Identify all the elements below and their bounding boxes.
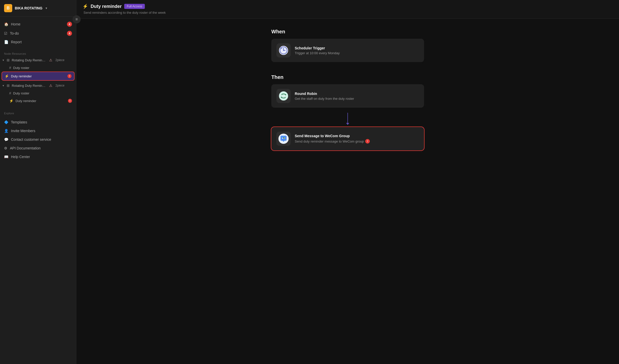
arrow-line <box>347 113 348 123</box>
tree-group2-duty-reminder[interactable]: ⚡ Duty reminder ! <box>0 97 76 105</box>
templates-icon: 🔷 <box>4 120 8 124</box>
explore-contact-label: Contact customer service <box>11 137 51 142</box>
svg-point-9 <box>282 138 283 139</box>
sidebar: B BIKA ROTATING ▾ 🏠 Home 4 ☑ To-do 4 📄 R… <box>0 0 76 364</box>
group2-child1-label: Duty roster <box>13 91 30 95</box>
when-section: When Scheduler Trigger Trig <box>271 29 424 66</box>
todo-badge: 4 <box>67 31 72 36</box>
explore-contact-customer-service[interactable]: 💬 Contact customer service <box>0 135 76 144</box>
main-content: ⚡ Duty reminder Full Access Send reminde… <box>76 0 619 364</box>
group1-badge: 2piece <box>55 58 64 62</box>
contact-service-icon: 💬 <box>4 137 8 142</box>
explore-invite-label: Invite Members <box>11 129 35 133</box>
nav-todo-label: To-do <box>10 31 19 35</box>
svg-point-10 <box>284 138 285 139</box>
round-robin-subtitle: Get the staff on duty from the duty rost… <box>295 97 354 101</box>
report-icon: 📄 <box>4 40 8 44</box>
round-robin-card-text: Round Robin Get the staff on duty from t… <box>295 92 354 101</box>
home-icon: 🏠 <box>4 22 8 26</box>
help-center-icon: 📖 <box>4 155 8 159</box>
tree-group1-duty-roster[interactable]: # Duty roster <box>0 64 76 72</box>
svg-point-5 <box>279 91 288 101</box>
wecom-card-text: Send Message to WeCom Group Send duty re… <box>295 134 419 144</box>
tree-group-1-header[interactable]: ▼ ⊞ Rotating Duty Remin… ⚠ 2piece <box>0 56 76 64</box>
tree-group2-duty-roster[interactable]: # Duty roster <box>0 89 76 97</box>
tree-group1-duty-reminder[interactable]: ⚡ Duty reminder ! <box>2 72 74 80</box>
group2-name: Rotating Duty Remin… <box>12 84 46 88</box>
group2-badge: 2piece <box>55 84 64 87</box>
scheduler-card-text: Scheduler Trigger Trigger at 10:00 every… <box>295 46 340 55</box>
svg-point-11 <box>283 137 284 138</box>
node-resources-label: Node Resources <box>0 49 76 56</box>
explore-api-label: API Documentation <box>10 146 41 150</box>
nav-todo[interactable]: ☑ To-do 4 <box>0 29 76 38</box>
tree-group-2: ▼ ⊞ Rotating Duty Remin… ⚠ 2piece # Duty… <box>0 82 76 105</box>
nav-report[interactable]: 📄 Report <box>0 38 76 46</box>
explore-help-label: Help Center <box>11 155 30 159</box>
group1-warning-icon: ⚠ <box>49 58 52 62</box>
explore-invite-members[interactable]: 👤 Invite Members <box>0 127 76 135</box>
group1-child2-label: Duty reminder <box>11 74 32 78</box>
scheduler-icon <box>278 45 289 55</box>
home-badge: 4 <box>67 22 72 27</box>
active-item-wrapper: ⚡ Duty reminder ! <box>2 72 74 80</box>
nav-home[interactable]: 🏠 Home 4 <box>0 20 76 29</box>
workspace-chevron: ▾ <box>46 6 47 10</box>
explore-label: Explore <box>0 109 76 116</box>
bolt-icon: ⚡ <box>5 74 9 78</box>
group2-duty-reminder-warning: ! <box>68 99 72 103</box>
wecom-subtitle-text: Send duty reminder message to WeCom grou… <box>295 139 364 143</box>
explore-help-center[interactable]: 📖 Help Center <box>0 152 76 161</box>
workspace-name: BIKA ROTATING <box>15 6 43 10</box>
group2-warning-icon: ⚠ <box>49 83 52 88</box>
collapse-icon: ≡ <box>75 17 78 22</box>
topbar-bolt-icon: ⚡ <box>82 4 88 9</box>
group1-child1-label: Duty roster <box>13 66 30 70</box>
grid-icon: ⊞ <box>7 58 10 62</box>
svg-point-4 <box>283 50 284 51</box>
group2-child2-label: Duty reminder <box>16 99 36 103</box>
connector <box>271 112 424 126</box>
full-access-badge: Full Access <box>124 4 145 9</box>
wecom-card[interactable]: Send Message to WeCom Group Send duty re… <box>271 127 424 150</box>
nav-report-label: Report <box>11 40 22 44</box>
explore-templates[interactable]: 🔷 Templates <box>0 118 76 127</box>
hash-icon: # <box>9 66 11 70</box>
grid-icon-2: ⊞ <box>7 83 10 88</box>
scheduler-icon-wrapper <box>276 43 291 58</box>
scheduler-title: Scheduler Trigger <box>295 46 340 50</box>
wecom-warning-badge: ! <box>365 139 370 144</box>
hash-icon-2: # <box>9 91 11 95</box>
round-robin-icon-wrapper <box>276 89 291 103</box>
invite-members-icon: 👤 <box>4 129 8 133</box>
nav-home-label: Home <box>11 22 20 26</box>
scheduler-trigger-card[interactable]: Scheduler Trigger Trigger at 10:00 every… <box>271 39 424 62</box>
arrow-head <box>346 123 349 125</box>
explore-section: 🔷 Templates 👤 Invite Members 💬 Contact c… <box>0 116 76 161</box>
scheduler-subtitle: Trigger at 10:00 every Monday <box>295 51 340 55</box>
group1-name: Rotating Duty Remin… <box>12 58 46 62</box>
tree-group-2-header[interactable]: ▼ ⊞ Rotating Duty Remin… ⚠ 2piece <box>0 82 76 89</box>
arrow-connector <box>346 113 349 125</box>
page-title: Duty reminder <box>91 4 122 9</box>
explore-templates-label: Templates <box>11 120 27 124</box>
round-robin-icon <box>278 91 289 101</box>
round-robin-card[interactable]: Round Robin Get the staff on duty from t… <box>271 84 424 108</box>
collapse-sidebar-button[interactable]: ≡ <box>73 15 81 23</box>
wecom-icon-wrapper <box>276 132 291 146</box>
round-robin-title: Round Robin <box>295 92 354 96</box>
then-label: Then <box>271 74 424 80</box>
wecom-title: Send Message to WeCom Group <box>295 134 419 138</box>
workspace-avatar: B <box>4 4 12 12</box>
todo-icon: ☑ <box>4 31 7 35</box>
workspace-header[interactable]: B BIKA ROTATING ▾ <box>0 0 76 17</box>
topbar: ⚡ Duty reminder Full Access Send reminde… <box>76 0 619 19</box>
api-docs-icon: ⚙ <box>4 146 7 150</box>
bolt-icon-2: ⚡ <box>9 99 13 103</box>
topbar-subtitle: Send reminders according to the duty ros… <box>83 11 166 15</box>
when-label: When <box>271 29 424 35</box>
chevron-down-icon: ▼ <box>2 59 5 62</box>
chevron-down-icon-2: ▼ <box>2 84 5 87</box>
explore-api-docs[interactable]: ⚙ API Documentation <box>0 144 76 152</box>
duty-reminder-warning: ! <box>67 74 72 78</box>
